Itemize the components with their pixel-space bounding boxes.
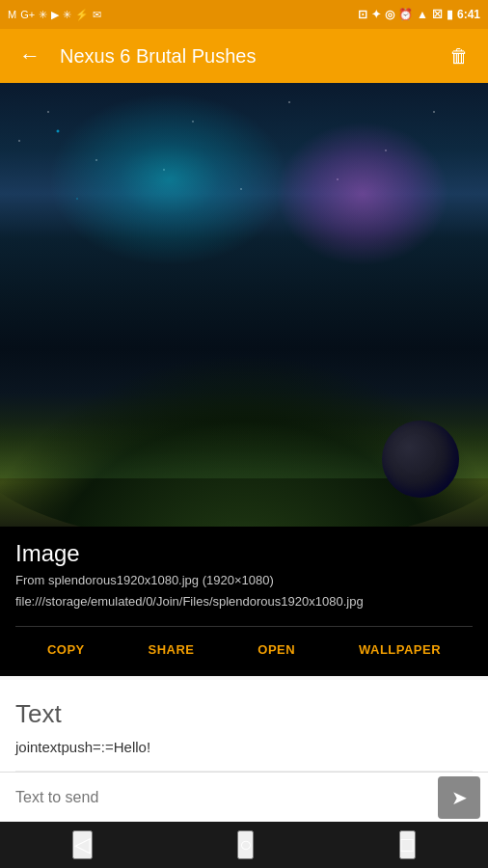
bottom-input-bar: ➤: [0, 772, 488, 822]
image-wallpaper-button[interactable]: WALLPAPER: [347, 635, 452, 665]
back-button[interactable]: ←: [15, 40, 44, 72]
bluetooth-icon: ✦: [371, 8, 381, 21]
gplus-icon: G+: [20, 9, 35, 20]
image-share-button[interactable]: SHARE: [137, 635, 206, 665]
delete-button[interactable]: 🗑: [446, 41, 473, 71]
image-path: file:///storage/emulated/0/Join/Files/sp…: [15, 593, 473, 610]
toolbar-title: Nexus 6 Brutal Pushes: [60, 45, 446, 68]
time: 6:41: [457, 8, 480, 21]
status-icons-left: M G+ ✳ ▶ ✳ ⚡ ✉: [8, 9, 101, 21]
nebula-purple: [276, 122, 449, 266]
image-open-button[interactable]: OPEN: [246, 635, 307, 665]
cast-icon: ⊡: [358, 8, 367, 21]
dark-planet: [382, 420, 459, 498]
image-meta: From splendorous1920x1080.jpg (1920×1080…: [15, 573, 473, 587]
text-send-input[interactable]: [8, 781, 438, 814]
recents-nav-button[interactable]: □: [399, 830, 416, 859]
text-content: jointextpush=:=Hello!: [15, 739, 473, 755]
lightning-icon: ⚡: [75, 9, 89, 21]
wifi-icon: ▲: [417, 8, 428, 21]
image-copy-button[interactable]: COPY: [36, 635, 96, 665]
status-bar: M G+ ✳ ▶ ✳ ⚡ ✉ ⊡ ✦ ◎ ⏰ ▲ ☒ ▮ 6:41: [0, 0, 488, 29]
battery-icon: ▮: [447, 8, 453, 21]
nebula-blue: [48, 93, 289, 266]
image-title: Image: [15, 540, 473, 567]
send-button[interactable]: ➤: [438, 776, 480, 819]
status-icons-right: ⊡ ✦ ◎ ⏰ ▲ ☒ ▮ 6:41: [358, 8, 480, 21]
image-info: Image From splendorous1920x1080.jpg (192…: [0, 527, 488, 676]
alarm-icon: ⏰: [398, 8, 413, 21]
asterisk-icon: ✳: [39, 9, 47, 21]
drm-icon: ◎: [385, 8, 394, 21]
back-nav-button[interactable]: ◁: [72, 830, 93, 859]
youtube-icon: ▶: [51, 9, 59, 21]
space-image: [0, 83, 488, 527]
nav-bar: ◁ ○ □: [0, 822, 488, 868]
mail-icon: ✉: [93, 9, 101, 21]
toolbar: ← Nexus 6 Brutal Pushes 🗑: [0, 29, 488, 83]
home-nav-button[interactable]: ○: [237, 830, 254, 859]
signal-icon: ☒: [432, 8, 443, 21]
image-action-row: COPY SHARE OPEN WALLPAPER: [15, 626, 473, 676]
gmail-icon: M: [8, 9, 16, 20]
send-icon: ➤: [451, 786, 468, 809]
text-card-title: Text: [15, 699, 473, 729]
image-card: Image From splendorous1920x1080.jpg (192…: [0, 83, 488, 676]
asterisk2-icon: ✳: [63, 9, 71, 21]
